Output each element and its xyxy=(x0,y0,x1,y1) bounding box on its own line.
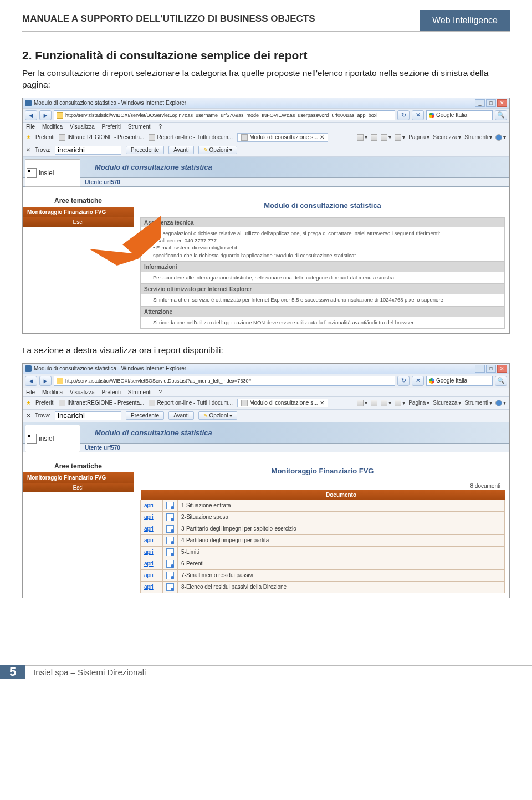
paragraph-1: Per la consultazione di report seleziona… xyxy=(22,68,510,91)
find-avanti-button[interactable]: Avanti xyxy=(168,411,194,420)
fav-tab-2[interactable]: Report on-line - Tutti i docum... xyxy=(149,400,233,406)
open-link[interactable]: apri xyxy=(144,572,154,578)
help-icon[interactable]: ▾ xyxy=(495,400,506,406)
find-close-icon[interactable]: ✕ xyxy=(26,412,30,419)
search-box[interactable]: Google Italia xyxy=(426,376,493,386)
doc-name: 6-Perenti xyxy=(178,558,505,569)
favorites-star-icon[interactable]: ★ xyxy=(26,134,31,140)
maximize-button[interactable]: □ xyxy=(486,99,496,107)
print-icon[interactable]: ▾ xyxy=(395,400,405,406)
find-bar: ✕ Trova: Precedente Avanti ✎ Opzioni ▾ xyxy=(23,410,509,422)
address-bar[interactable]: http://servizistatistici/WIBOXI/servletB… xyxy=(54,376,395,386)
favorites-star-icon[interactable]: ★ xyxy=(26,400,31,406)
menu-modifica[interactable]: Modifica xyxy=(42,124,63,130)
menu-modifica[interactable]: Modifica xyxy=(42,389,63,395)
minimize-button[interactable]: _ xyxy=(475,365,485,373)
fav-tab-2-label: Report on-line - Tutti i docum... xyxy=(157,400,233,406)
menu-strumenti[interactable]: Strumenti xyxy=(128,389,152,395)
fav-tab-2[interactable]: Report on-line - Tutti i docum... xyxy=(149,134,233,141)
document-icon xyxy=(166,537,174,544)
print-icon[interactable]: ▾ xyxy=(395,134,405,141)
help-icon[interactable]: ▾ xyxy=(495,134,506,141)
tools-sicurezza[interactable]: Sicurezza ▾ xyxy=(433,134,461,141)
ie-icon xyxy=(25,365,32,372)
fav-tab-3-label: Modulo di consultazione s... xyxy=(249,134,318,140)
tools-strumenti[interactable]: Strumenti ▾ xyxy=(464,400,492,406)
stop-button[interactable]: ✕ xyxy=(412,110,424,120)
forward-button[interactable]: ► xyxy=(39,110,52,120)
sidebar: Aree tematiche Monitoraggio Finanziario … xyxy=(23,187,134,333)
open-link[interactable]: apri xyxy=(144,502,154,508)
feed-icon[interactable] xyxy=(371,400,377,406)
find-avanti-button[interactable]: Avanti xyxy=(168,146,194,154)
find-input[interactable] xyxy=(55,411,121,420)
doc-name: 4-Partitario degli impegni per partita xyxy=(178,534,505,546)
open-link[interactable]: apri xyxy=(144,514,154,520)
card-head: Informazioni xyxy=(141,262,504,272)
address-bar[interactable]: http://servizistatistici/WIBOXI/servlet/… xyxy=(54,110,395,120)
open-link[interactable]: apri xyxy=(144,584,154,590)
sidebar-item-monitoraggio[interactable]: Monitoraggio Finanziario FVG xyxy=(23,207,134,217)
search-button[interactable]: 🔍 xyxy=(495,376,507,386)
menu-help[interactable]: ? xyxy=(158,124,162,130)
open-link[interactable]: apri xyxy=(144,549,154,555)
sidebar-item-esci[interactable]: Esci xyxy=(23,483,134,492)
sidebar-item-monitoraggio[interactable]: Monitoraggio Finanziario FVG xyxy=(23,472,134,483)
maximize-button[interactable]: □ xyxy=(486,365,496,373)
stop-button[interactable]: ✕ xyxy=(412,376,424,386)
fav-tab-1[interactable]: INtranetREGIONE - Presenta... xyxy=(59,134,144,141)
tools-pagina[interactable]: Pagina ▾ xyxy=(408,134,429,141)
find-close-icon[interactable]: ✕ xyxy=(26,147,30,153)
find-opzioni-button[interactable]: ✎ Opzioni ▾ xyxy=(198,411,237,420)
fav-tab-2-label: Report on-line - Tutti i docum... xyxy=(157,134,233,140)
open-link[interactable]: apri xyxy=(144,526,154,532)
fav-tab-3-active[interactable]: Modulo di consultazione s... ✕ xyxy=(237,399,328,407)
menu-preferiti[interactable]: Preferiti xyxy=(102,124,121,130)
close-button[interactable]: ✕ xyxy=(497,99,507,107)
screenshot-2: Modulo di consultazione statistica - Win… xyxy=(22,363,510,598)
menu-visualizza[interactable]: Visualizza xyxy=(70,389,95,395)
mail-icon[interactable]: ▾ xyxy=(381,400,391,406)
doc-name: 1-Situazione entrata xyxy=(178,500,505,511)
documents-table: Documento apri1-Situazione entrata apri2… xyxy=(140,490,505,593)
forward-button[interactable]: ► xyxy=(39,376,52,386)
fav-tab-3-active[interactable]: Modulo di consultazione s... ✕ xyxy=(237,133,328,142)
refresh-button[interactable]: ↻ xyxy=(397,376,410,386)
refresh-button[interactable]: ↻ xyxy=(397,110,410,120)
menu-visualizza[interactable]: Visualizza xyxy=(70,124,95,130)
find-input[interactable] xyxy=(55,146,121,155)
fav-tab-1[interactable]: INtranetREGIONE - Presenta... xyxy=(59,400,144,406)
open-link[interactable]: apri xyxy=(144,560,154,567)
search-box[interactable]: Google Italia xyxy=(426,110,493,120)
tools-strumenti[interactable]: Strumenti ▾ xyxy=(464,134,492,141)
minimize-button[interactable]: _ xyxy=(475,99,485,107)
menu-preferiti[interactable]: Preferiti xyxy=(102,389,121,395)
menu-file[interactable]: File xyxy=(26,389,35,395)
menu-strumenti[interactable]: Strumenti xyxy=(128,124,152,130)
document-icon xyxy=(166,548,174,556)
mail-icon[interactable]: ▾ xyxy=(381,134,391,141)
home-icon[interactable]: ▾ xyxy=(357,134,367,141)
find-opzioni-button[interactable]: ✎ Opzioni ▾ xyxy=(198,146,237,154)
tools-pagina[interactable]: Pagina ▾ xyxy=(408,400,429,406)
table-row: apri1-Situazione entrata xyxy=(141,500,505,511)
card-body: Per accedere alle interrogazioni statist… xyxy=(141,272,504,283)
back-button[interactable]: ◄ xyxy=(25,110,37,120)
home-icon[interactable]: ▾ xyxy=(357,400,367,406)
find-precedente-button[interactable]: Precedente xyxy=(126,146,164,154)
favorites-bar: ★ Preferiti INtranetREGIONE - Presenta..… xyxy=(23,131,509,144)
back-button[interactable]: ◄ xyxy=(25,376,37,386)
sidebar-item-esci[interactable]: Esci xyxy=(23,217,134,227)
feed-icon[interactable] xyxy=(371,134,377,141)
find-label: Trova: xyxy=(35,147,50,153)
menu-file[interactable]: File xyxy=(26,124,35,130)
open-link[interactable]: apri xyxy=(144,537,154,543)
footer-text: Insiel spa – Sistemi Direzionali xyxy=(25,665,532,679)
search-button[interactable]: 🔍 xyxy=(495,110,507,120)
browser-tools: ▾ ▾ ▾ Pagina ▾ Sicurezza ▾ Strumenti ▾ ▾ xyxy=(357,400,506,406)
main-title: Monitoraggio Finanziario FVG xyxy=(140,467,505,475)
close-button[interactable]: ✕ xyxy=(497,365,507,373)
find-precedente-button[interactable]: Precedente xyxy=(126,411,164,420)
menu-help[interactable]: ? xyxy=(158,389,162,395)
tools-sicurezza[interactable]: Sicurezza ▾ xyxy=(433,400,461,406)
